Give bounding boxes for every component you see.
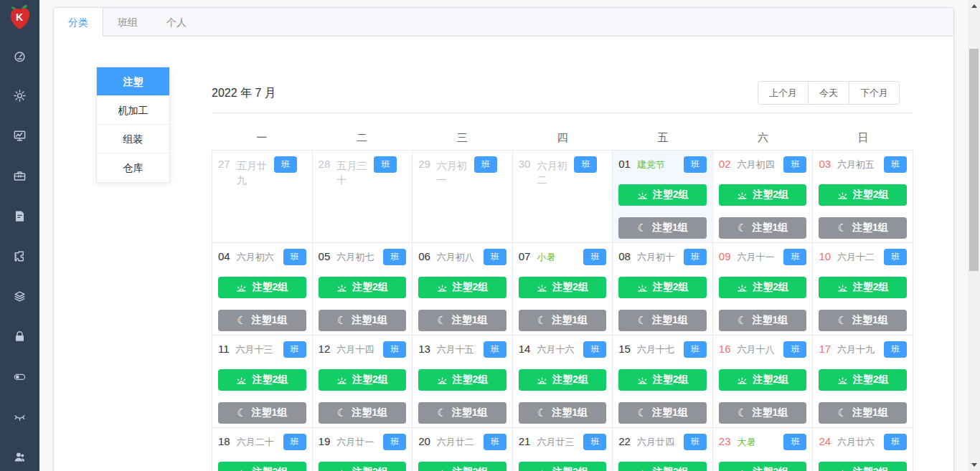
- work-day-badge[interactable]: 班: [484, 434, 507, 450]
- work-day-badge[interactable]: 班: [583, 434, 606, 450]
- night-shift-button[interactable]: ☾注塑1组: [618, 217, 707, 239]
- night-shift-button[interactable]: ☾注塑1组: [218, 402, 306, 424]
- night-shift-button[interactable]: ☾注塑1组: [618, 402, 707, 424]
- today-button[interactable]: 今天: [808, 81, 849, 105]
- day-shift-button[interactable]: 注塑2组: [519, 369, 607, 391]
- night-shift-button[interactable]: ☾注塑1组: [519, 402, 607, 424]
- work-day-badge[interactable]: 班: [474, 156, 497, 173]
- day-shift-button[interactable]: 注塑2组: [319, 277, 407, 298]
- night-shift-button[interactable]: ☾注塑1组: [719, 310, 807, 331]
- night-shift-button[interactable]: ☾注塑1组: [519, 310, 607, 331]
- user-icon[interactable]: [0, 442, 39, 471]
- day-shift-label: 注塑2组: [853, 374, 889, 386]
- toggle-icon[interactable]: [0, 362, 39, 391]
- app-logo[interactable]: K: [7, 4, 33, 32]
- day-shift-button[interactable]: 注塑2组: [719, 277, 807, 298]
- work-day-badge[interactable]: 班: [783, 341, 806, 358]
- monitor-chart-icon[interactable]: [0, 122, 39, 151]
- day-number: 09: [719, 249, 731, 265]
- night-shift-button[interactable]: ☾注塑1组: [418, 402, 507, 424]
- eye-closed-icon[interactable]: [0, 402, 39, 431]
- tab-category[interactable]: 分类: [54, 8, 103, 37]
- day-shift-button[interactable]: 注塑2组: [519, 462, 607, 471]
- night-shift-button[interactable]: ☾注塑1组: [819, 402, 907, 424]
- day-shift-button[interactable]: 注塑2组: [618, 462, 707, 471]
- work-day-badge[interactable]: 班: [884, 249, 907, 265]
- dashboard-icon[interactable]: [0, 42, 39, 70]
- work-day-badge[interactable]: 班: [684, 434, 707, 450]
- puzzle-icon[interactable]: [0, 242, 39, 271]
- day-shift-button[interactable]: 注塑2组: [618, 184, 707, 206]
- category-item-assembly[interactable]: 组装: [97, 125, 169, 153]
- prev-month-button[interactable]: 上个月: [758, 81, 809, 105]
- work-day-badge[interactable]: 班: [374, 156, 397, 173]
- night-shift-button[interactable]: ☾注塑1组: [319, 310, 407, 331]
- work-day-badge[interactable]: 班: [783, 249, 806, 265]
- day-shift-button[interactable]: 注塑2组: [618, 369, 707, 391]
- work-day-badge[interactable]: 班: [783, 434, 806, 450]
- work-day-badge[interactable]: 班: [283, 249, 306, 265]
- night-shift-button[interactable]: ☾注塑1组: [418, 310, 507, 331]
- document-icon[interactable]: [0, 202, 39, 231]
- work-day-badge[interactable]: 班: [484, 249, 507, 265]
- day-shift-button[interactable]: 注塑2组: [819, 277, 907, 298]
- day-shift-button[interactable]: 注塑2组: [519, 277, 607, 298]
- day-shift-button[interactable]: 注塑2组: [418, 462, 507, 471]
- scroll-down-icon[interactable]: [968, 459, 980, 471]
- day-shift-button[interactable]: 注塑2组: [319, 462, 407, 471]
- scrollbar-thumb[interactable]: [969, 49, 979, 271]
- day-shift-button[interactable]: 注塑2组: [819, 369, 907, 391]
- work-day-badge[interactable]: 班: [484, 341, 507, 358]
- work-day-badge[interactable]: 班: [783, 156, 806, 173]
- day-shift-button[interactable]: 注塑2组: [618, 277, 707, 298]
- day-shift-label: 注塑2组: [653, 189, 689, 201]
- day-shift-label: 注塑2组: [753, 189, 788, 201]
- day-shift-button[interactable]: 注塑2组: [819, 462, 907, 471]
- night-shift-button[interactable]: ☾注塑1组: [618, 310, 707, 331]
- work-day-badge[interactable]: 班: [583, 249, 606, 265]
- layers-icon[interactable]: [0, 282, 39, 310]
- work-day-badge[interactable]: 班: [684, 249, 707, 265]
- work-day-badge[interactable]: 班: [684, 156, 707, 173]
- day-shift-button[interactable]: 注塑2组: [218, 277, 306, 298]
- work-day-badge[interactable]: 班: [274, 156, 297, 173]
- night-shift-button[interactable]: ☾注塑1组: [719, 217, 807, 239]
- day-shift-button[interactable]: 注塑2组: [719, 369, 807, 391]
- work-day-badge[interactable]: 班: [684, 341, 707, 358]
- work-day-badge[interactable]: 班: [383, 341, 406, 358]
- work-day-badge[interactable]: 班: [383, 434, 406, 450]
- day-shift-button[interactable]: 注塑2组: [218, 369, 306, 391]
- day-shift-button[interactable]: 注塑2组: [218, 462, 306, 471]
- work-day-badge[interactable]: 班: [574, 156, 597, 173]
- work-day-badge[interactable]: 班: [383, 249, 406, 265]
- category-item-machining[interactable]: 机加工: [97, 96, 169, 125]
- day-shift-button[interactable]: 注塑2组: [319, 369, 407, 391]
- tab-personal[interactable]: 个人: [152, 8, 201, 36]
- logo-letter: K: [16, 11, 23, 23]
- category-item-injection[interactable]: 注塑: [97, 67, 169, 96]
- work-day-badge[interactable]: 班: [884, 341, 907, 358]
- day-shift-button[interactable]: 注塑2组: [418, 369, 507, 391]
- work-day-badge[interactable]: 班: [884, 156, 907, 173]
- night-shift-button[interactable]: ☾注塑1组: [819, 217, 907, 239]
- settings-gear-icon[interactable]: [0, 82, 39, 110]
- lock-icon[interactable]: [0, 322, 39, 351]
- category-item-warehouse[interactable]: 仓库: [97, 153, 169, 182]
- day-shift-button[interactable]: 注塑2组: [719, 462, 807, 471]
- vertical-scrollbar[interactable]: [968, 0, 980, 471]
- day-shift-button[interactable]: 注塑2组: [719, 184, 807, 206]
- toolbox-icon[interactable]: [0, 162, 39, 191]
- night-shift-button[interactable]: ☾注塑1组: [719, 402, 807, 424]
- night-shift-button[interactable]: ☾注塑1组: [819, 310, 907, 331]
- work-day-badge[interactable]: 班: [283, 434, 306, 450]
- work-day-badge[interactable]: 班: [283, 341, 306, 358]
- day-shift-button[interactable]: 注塑2组: [418, 277, 507, 298]
- night-shift-button[interactable]: ☾注塑1组: [319, 402, 407, 424]
- scroll-up-icon[interactable]: [968, 0, 980, 12]
- next-month-button[interactable]: 下个月: [849, 81, 900, 105]
- night-shift-button[interactable]: ☾注塑1组: [218, 310, 306, 331]
- work-day-badge[interactable]: 班: [884, 434, 907, 450]
- work-day-badge[interactable]: 班: [583, 341, 606, 358]
- day-shift-button[interactable]: 注塑2组: [819, 184, 907, 206]
- tab-team[interactable]: 班组: [103, 8, 152, 36]
